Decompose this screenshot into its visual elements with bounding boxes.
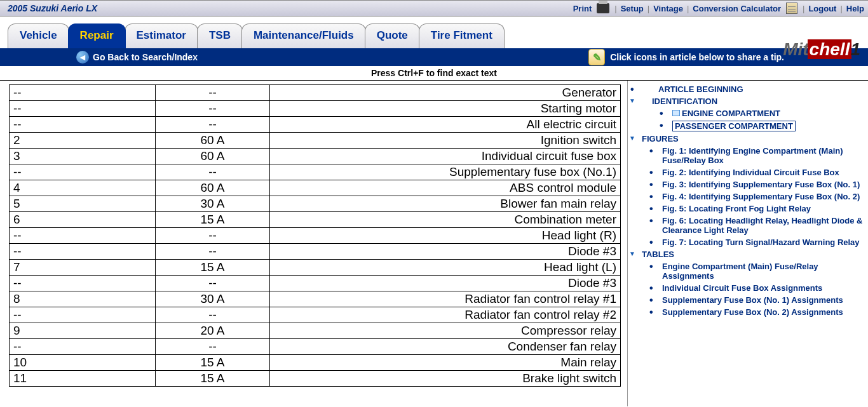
- fuse-description: Main relay: [270, 355, 621, 371]
- fuse-description: Head light (R): [270, 228, 621, 244]
- table-row: 615 ACombination meter: [10, 212, 621, 228]
- back-arrow-icon: ◄: [76, 51, 89, 63]
- nav-pane[interactable]: ARTICLE BEGINNING IDENTIFICATION ENGINE …: [628, 81, 868, 406]
- fuse-amperage: 15 A: [156, 371, 270, 387]
- nav-figure-link[interactable]: Fig. 3: Identifying Supplementary Fuse B…: [662, 180, 860, 189]
- tab-quote[interactable]: Quote: [365, 23, 420, 48]
- table-row: ----Diode #3: [10, 276, 621, 291]
- fuse-description: Generator: [270, 85, 621, 101]
- blue-bar: ◄ Go Back to Search/Index Click icons in…: [0, 48, 868, 66]
- separator: |: [648, 4, 649, 13]
- top-bar: 2005 Suzuki Aerio LX Print | Setup | Vin…: [0, 0, 868, 17]
- nav-figure-link[interactable]: Fig. 2: Identifying Individual Circuit F…: [662, 168, 839, 177]
- table-row: ----All electric circuit: [10, 117, 621, 133]
- nav-table-link[interactable]: Individual Circuit Fuse Box Assignments: [662, 283, 822, 293]
- table-row: ----Head light (R): [10, 228, 621, 244]
- fuse-amperage: --: [156, 101, 270, 117]
- separator: |: [803, 4, 804, 13]
- fuse-amperage: --: [156, 85, 270, 101]
- tab-area: VehicleRepairEstimatorTSBMaintenance/Flu…: [0, 17, 868, 48]
- fuse-description: Starting motor: [270, 101, 621, 117]
- fuse-amperage: 30 A: [156, 196, 270, 212]
- nav-passenger-compartment[interactable]: PASSENGER COMPARTMENT: [675, 121, 793, 131]
- tab-tsb[interactable]: TSB: [197, 23, 243, 48]
- article-pane[interactable]: ----Generator----Starting motor----All e…: [0, 81, 628, 406]
- nav-table-link[interactable]: Engine Compartment (Main) Fuse/Relay Ass…: [662, 262, 818, 281]
- table-row: 920 ACompressor relay: [10, 323, 621, 339]
- fuse-description: Diode #3: [270, 244, 621, 260]
- separator: |: [840, 4, 842, 13]
- fuse-amperage: 20 A: [156, 323, 270, 339]
- fuse-description: Ignition switch: [270, 133, 621, 149]
- fuse-number: 11: [10, 371, 156, 387]
- fuse-number: 7: [10, 260, 156, 276]
- logout-link[interactable]: Logout: [808, 4, 836, 13]
- mitchell1-logo: Mitchell1: [783, 39, 860, 60]
- fuse-description: Individual circuit fuse box: [270, 149, 621, 164]
- vintage-link[interactable]: Vintage: [653, 4, 683, 13]
- tab-vehicle[interactable]: Vehicle: [8, 23, 69, 48]
- fuse-amperage: 30 A: [156, 291, 270, 307]
- fuse-description: Radiator fan control relay #1: [270, 291, 621, 307]
- nav-figure-link[interactable]: Fig. 1: Identifying Engine Compartment (…: [662, 146, 843, 165]
- ctrl-f-hint: Press Ctrl+F to find exact text: [0, 66, 868, 81]
- fuse-number: --: [10, 117, 156, 133]
- fuse-amperage: --: [156, 228, 270, 244]
- nav-figure-link[interactable]: Fig. 5: Locating Front Fog Light Relay: [662, 204, 811, 213]
- fuse-number: 2: [10, 133, 156, 149]
- nav-table-link[interactable]: Supplementary Fuse Box (No. 1) Assignmen…: [662, 295, 843, 305]
- fuse-description: Condenser fan relay: [270, 339, 621, 355]
- table-row: ----Condenser fan relay: [10, 339, 621, 355]
- fuse-number: 4: [10, 180, 156, 196]
- table-row: 715 AHead light (L): [10, 260, 621, 276]
- table-row: ----Supplementary fuse box (No.1): [10, 164, 621, 180]
- tab-repair[interactable]: Repair: [68, 23, 126, 48]
- nav-figure-link[interactable]: Fig. 6: Locating Headlight Relay, Headli…: [662, 216, 862, 235]
- flag-icon: [672, 110, 680, 116]
- fuse-amperage: --: [156, 339, 270, 355]
- tab-estimator[interactable]: Estimator: [125, 23, 198, 48]
- fuse-amperage: --: [156, 117, 270, 133]
- nav-figures[interactable]: FIGURES: [642, 134, 679, 143]
- nav-engine-compartment[interactable]: ENGINE COMPARTMENT: [682, 109, 780, 118]
- table-row: 460 AABS control module: [10, 180, 621, 196]
- table-row: ----Generator: [10, 85, 621, 101]
- fuse-description: Brake light switch: [270, 371, 621, 387]
- print-link[interactable]: Print: [573, 4, 592, 13]
- fuse-number: 5: [10, 196, 156, 212]
- tab-maintenance-fluids[interactable]: Maintenance/Fluids: [241, 23, 366, 48]
- fuse-number: --: [10, 339, 156, 355]
- content-area: ----Generator----Starting motor----All e…: [0, 81, 868, 406]
- setup-link[interactable]: Setup: [621, 4, 644, 13]
- calculator-icon[interactable]: [786, 3, 797, 14]
- fuse-number: --: [10, 228, 156, 244]
- fuse-amperage: --: [156, 244, 270, 260]
- nav-table-link[interactable]: Supplementary Fuse Box (No. 2) Assignmen…: [662, 307, 843, 317]
- fuse-number: --: [10, 307, 156, 323]
- nav-figure-link[interactable]: Fig. 4: Identifying Supplementary Fuse B…: [662, 192, 860, 201]
- fuse-description: ABS control module: [270, 180, 621, 196]
- conversion-calculator-link[interactable]: Conversion Calculator: [693, 4, 781, 13]
- go-back-button[interactable]: ◄ Go Back to Search/Index: [76, 51, 198, 63]
- fuse-description: Diode #3: [270, 276, 621, 291]
- nav-figure-link[interactable]: Fig. 7: Locating Turn Signal/Hazard Warn…: [662, 237, 860, 247]
- help-link[interactable]: Help: [846, 4, 864, 13]
- table-row: 1015 AMain relay: [10, 355, 621, 371]
- nav-tables[interactable]: TABLES: [642, 250, 674, 259]
- table-row: ----Starting motor: [10, 101, 621, 117]
- tip-icon[interactable]: [588, 49, 605, 65]
- fuse-description: Compressor relay: [270, 323, 621, 339]
- tab-tire-fitment[interactable]: Tire Fitment: [419, 23, 505, 48]
- table-row: 530 ABlower fan main relay: [10, 196, 621, 212]
- fuse-table: ----Generator----Starting motor----All e…: [9, 84, 621, 387]
- table-row: 360 AIndividual circuit fuse box: [10, 149, 621, 164]
- nav-identification[interactable]: IDENTIFICATION: [652, 97, 717, 106]
- tip-label: Click icons in article below to share a …: [610, 52, 784, 62]
- table-row: 830 ARadiator fan control relay #1: [10, 291, 621, 307]
- separator: |: [687, 4, 689, 13]
- fuse-amperage: 15 A: [156, 355, 270, 371]
- fuse-number: --: [10, 85, 156, 101]
- printer-icon[interactable]: [597, 3, 609, 13]
- fuse-amperage: --: [156, 276, 270, 291]
- nav-article-beginning[interactable]: ARTICLE BEGINNING: [658, 84, 743, 94]
